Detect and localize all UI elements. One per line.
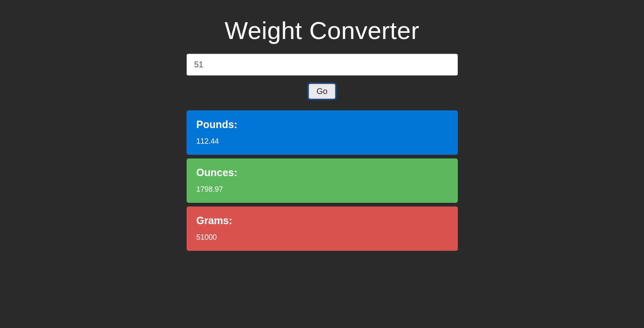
go-button[interactable]: Go bbox=[309, 84, 335, 99]
grams-label: Grams: bbox=[196, 215, 448, 227]
pounds-label: Pounds: bbox=[196, 119, 448, 131]
grams-value: 51000 bbox=[196, 233, 448, 242]
ounces-card: Ounces: 1798.97 bbox=[187, 158, 458, 203]
grams-card: Grams: 51000 bbox=[187, 206, 458, 251]
ounces-value: 1798.97 bbox=[196, 185, 448, 194]
pounds-value: 112.44 bbox=[196, 137, 448, 146]
weight-input[interactable] bbox=[187, 54, 458, 76]
pounds-card: Pounds: 112.44 bbox=[187, 110, 458, 155]
ounces-label: Ounces: bbox=[196, 167, 448, 179]
main-container: Weight Converter Go Pounds: 112.44 Ounce… bbox=[187, 16, 458, 255]
page-title: Weight Converter bbox=[225, 16, 420, 45]
